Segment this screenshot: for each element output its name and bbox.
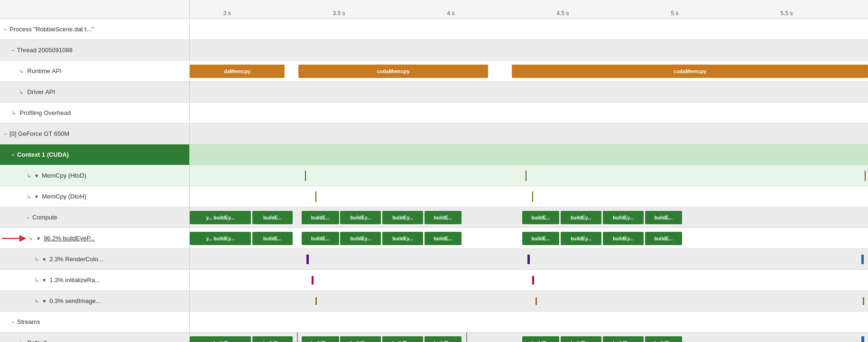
htod-tick-3	[865, 171, 866, 181]
separator-1	[297, 332, 298, 342]
compute-block-1: y... buildEy...	[190, 211, 251, 224]
send-block-1	[315, 297, 317, 305]
compute-block-8: buildEy...	[561, 211, 601, 224]
timeline-area: 3 s 3.5 s 4 s 4.5 s 5 s 5.5 s daMemcpy c…	[190, 0, 868, 342]
sub-block-8: buildEy...	[561, 232, 601, 245]
timeline-row-memcpy-htod	[190, 165, 868, 186]
default-block-9: buildEy...	[603, 336, 644, 342]
sidebar-item-process[interactable]: − Process "RobbieScene.dat t..."	[0, 19, 189, 40]
default-block-8: buildEy...	[561, 336, 601, 342]
sub-block-3: buildE...	[302, 232, 339, 245]
render-block-3	[861, 255, 864, 264]
init-block-2	[532, 276, 534, 285]
thread-label: − Thread 2005091088	[0, 47, 73, 54]
filter-icon-build-eye: ▼	[36, 236, 41, 241]
collapse-icon: −	[4, 27, 7, 32]
memcpy-block-3: cudaMemcpy	[512, 65, 868, 78]
timeline-row-render-color	[190, 249, 868, 270]
sidebar-item-send-image[interactable]: ↳ ▼ 0.3% sendImage...	[0, 291, 189, 312]
main-container: − Process "RobbieScene.dat t..." − Threa…	[0, 0, 868, 342]
sidebar-item-context[interactable]: − Context 1 (CUDA)	[0, 144, 189, 165]
sidebar-item-memcpy-htod[interactable]: ↳ ▼ MemCpy (HtoD)	[0, 165, 189, 186]
memcpy-block-2: cudaMemcpy	[298, 65, 488, 78]
sidebar-item-build-eye[interactable]: ↳ ▼ 96.2% buildEyeP...	[0, 228, 189, 249]
sidebar-item-streams[interactable]: − Streams	[0, 312, 189, 332]
driver-api-label: ↳ Driver API	[0, 88, 55, 95]
filter-icon-init: ▼	[42, 277, 47, 283]
timeline-row-runtime-api: daMemcpy cudaMemcpy cudaMemcpy	[190, 61, 868, 82]
timeline-row-geforce	[190, 124, 868, 144]
sub-block-2: buildE...	[252, 232, 293, 245]
default-block-3: buildE...	[302, 336, 339, 342]
default-block-2: buildE...	[252, 336, 293, 342]
timeline-row-driver-api	[190, 82, 868, 103]
sidebar-item-default[interactable]: ↳ Default	[0, 332, 189, 342]
htod-tick-1	[305, 171, 306, 181]
timeline-row-send-image	[190, 291, 868, 312]
timeline-row-process	[190, 19, 868, 40]
runtime-api-label: ↳ Runtime API	[0, 67, 62, 75]
timeline-row-build-eye: y... buildEy... buildE... buildE... buil…	[190, 228, 868, 249]
context-label: − Context 1 (CUDA)	[0, 151, 69, 158]
sidebar-item-thread[interactable]: − Thread 2005091088	[0, 40, 189, 61]
compute-block-2: buildE...	[252, 211, 293, 224]
collapse-icon-geforce: −	[4, 131, 7, 137]
default-block-1: y... buildEy...	[190, 336, 251, 342]
timeline-header: 3 s 3.5 s 4 s 4.5 s 5 s 5.5 s	[190, 0, 868, 19]
default-blue-block	[861, 336, 864, 342]
filter-icon-send: ▼	[42, 298, 47, 304]
timeline-row-compute: y... buildEy... buildE... buildE... buil…	[190, 207, 868, 228]
default-block-5: buildEy...	[382, 336, 423, 342]
compute-block-4: buildEy...	[340, 211, 381, 224]
sidebar-item-render-color[interactable]: ↳ ▼ 2.3% RenderColo...	[0, 249, 189, 270]
filter-icon-dtoh: ▼	[34, 194, 39, 200]
filter-icon-htod: ▼	[34, 173, 39, 179]
compute-block-9: buildEy...	[603, 211, 644, 224]
sidebar-item-memcpy-dtoh[interactable]: ↳ ▼ MemCpy (DtoH)	[0, 186, 189, 207]
streams-label: − Streams	[0, 318, 40, 325]
sidebar-item-compute[interactable]: − Compute	[0, 207, 189, 228]
collapse-icon-streams: −	[11, 319, 14, 325]
default-label: ↳ Default	[0, 339, 47, 342]
sidebar-item-driver-api[interactable]: ↳ Driver API	[0, 82, 189, 103]
default-block-4: buildEy...	[340, 336, 381, 342]
default-block-6: buildE...	[425, 336, 462, 342]
collapse-icon-thread: −	[11, 48, 14, 53]
compute-block-3: buildE...	[302, 211, 339, 224]
sidebar-item-profiling-overhead[interactable]: ↳ Profiling Overhead	[0, 103, 189, 124]
compute-block-5: buildEy...	[382, 211, 423, 224]
dtoh-tick-1	[315, 191, 316, 202]
time-label-5s: 5 s	[671, 10, 678, 17]
sub-block-4: buildEy...	[340, 232, 381, 245]
sidebar-item-geforce[interactable]: − [0] GeForce GT 650M	[0, 124, 189, 144]
filter-icon-render: ▼	[42, 256, 47, 262]
compute-label: − Compute	[0, 214, 57, 221]
timeline-row-default: y... buildEy... buildE... buildE... buil…	[190, 332, 868, 342]
time-label-35s: 3.5 s	[333, 10, 345, 17]
process-label: − Process "RobbieScene.dat t..."	[0, 26, 94, 33]
timeline-row-profiling	[190, 103, 868, 124]
build-eye-text: 96.2% buildEyeP...	[44, 235, 95, 242]
profiling-overhead-label: ↳ Profiling Overhead	[0, 109, 71, 116]
sidebar-item-runtime-api[interactable]: ↳ Runtime API	[0, 61, 189, 82]
render-color-label: ↳ ▼ 2.3% RenderColo...	[0, 256, 103, 263]
memcpy-block-1: daMemcpy	[190, 65, 285, 78]
init-block-1	[312, 276, 314, 285]
sub-block-10: buildE...	[645, 232, 683, 245]
timeline-row-initialize-ra	[190, 270, 868, 291]
separator-2	[466, 332, 467, 342]
collapse-icon-compute: −	[27, 215, 29, 220]
dtoh-tick-2	[532, 191, 533, 202]
time-label-55s: 5.5 s	[780, 10, 793, 17]
sidebar-item-initialize-ra[interactable]: ↳ ▼ 1.3% initializeRa...	[0, 270, 189, 291]
timeline-row-memcpy-dtoh	[190, 186, 868, 207]
sub-block-6: buildE...	[425, 232, 462, 245]
default-block-10: buildE...	[645, 336, 683, 342]
timeline-row-streams	[190, 312, 868, 332]
default-block-7: buildE...	[522, 336, 560, 342]
render-block-1	[306, 255, 309, 264]
initialize-ra-label: ↳ ▼ 1.3% initializeRa...	[0, 276, 100, 284]
geforce-label: − [0] GeForce GT 650M	[0, 130, 69, 137]
send-block-2	[536, 297, 537, 305]
time-label-3s: 3 s	[223, 10, 231, 17]
